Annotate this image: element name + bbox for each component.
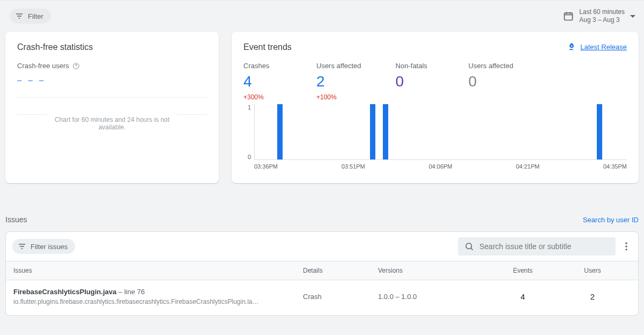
issues-table-header: Issues Details Versions Events Users bbox=[6, 261, 638, 280]
x-tick: 04:35PM bbox=[603, 163, 627, 170]
issues-card: Filter issues Issues Details Versions Ev… bbox=[5, 231, 639, 316]
chevron-down-icon bbox=[630, 15, 635, 18]
svg-rect-0 bbox=[565, 13, 573, 20]
metric: Non-fatals0 bbox=[396, 62, 434, 101]
metric: Crashes4+300% bbox=[243, 62, 282, 101]
more-vert-icon[interactable] bbox=[621, 241, 632, 252]
issues-section-header: Issues Search by user ID bbox=[0, 194, 644, 231]
chart-bar bbox=[597, 104, 602, 159]
metric-value: 2 bbox=[316, 73, 361, 90]
chart-x-ticks: 03:36PM03:51PM04:06PM04:21PM04:35PM bbox=[254, 163, 627, 170]
metric-label: Crashes bbox=[243, 62, 282, 70]
col-details: Details bbox=[303, 267, 378, 274]
x-tick: 03:51PM bbox=[342, 163, 365, 170]
issue-users: 2 bbox=[560, 292, 625, 301]
filter-chip[interactable]: Filter bbox=[10, 9, 51, 24]
x-tick: 04:06PM bbox=[428, 163, 452, 170]
x-tick: 04:21PM bbox=[516, 163, 539, 170]
help-icon[interactable] bbox=[72, 62, 80, 70]
table-row[interactable]: FirebaseCrashlyticsPlugin.java – line 76… bbox=[6, 280, 638, 315]
search-by-user-id-link[interactable]: Search by user ID bbox=[583, 216, 639, 224]
issue-title: FirebaseCrashlyticsPlugin.java – line 76 bbox=[13, 288, 303, 296]
issue-details: Crash bbox=[303, 293, 378, 301]
svg-point-10 bbox=[625, 249, 627, 250]
crash-free-title: Crash-free statistics bbox=[17, 42, 207, 52]
col-events: Events bbox=[485, 267, 560, 274]
date-range-subtitle: Aug 3 – Aug 3 bbox=[579, 16, 625, 24]
metric-delta: +100% bbox=[316, 93, 361, 101]
col-users: Users bbox=[560, 267, 625, 274]
col-versions: Versions bbox=[378, 267, 485, 274]
calendar-icon bbox=[563, 11, 574, 21]
y-tick: 0 bbox=[243, 154, 251, 160]
svg-point-6 bbox=[466, 243, 472, 249]
event-trends-chart bbox=[254, 104, 627, 160]
issue-search-input[interactable] bbox=[479, 242, 609, 251]
latest-release-link[interactable]: Latest Release bbox=[567, 42, 627, 51]
metric: Users affected2+100% bbox=[316, 62, 361, 101]
svg-point-5 bbox=[76, 67, 76, 68]
metric-label: Users affected bbox=[469, 62, 514, 70]
metric-label: Users affected bbox=[316, 62, 361, 70]
filter-chip-label: Filter bbox=[28, 12, 43, 20]
svg-point-8 bbox=[625, 243, 627, 244]
filter-issues-chip[interactable]: Filter issues bbox=[12, 239, 75, 254]
chart-y-ticks: 10 bbox=[243, 104, 254, 160]
filter-issues-label: Filter issues bbox=[31, 243, 68, 251]
issues-toolbar: Filter issues bbox=[6, 232, 638, 261]
date-range-text: Last 60 minutes Aug 3 – Aug 3 bbox=[579, 8, 625, 24]
chart-bar bbox=[370, 104, 375, 159]
chart-bar bbox=[277, 104, 283, 159]
filter-icon bbox=[15, 12, 24, 20]
issue-versions: 1.0.0 – 1.0.0 bbox=[378, 293, 485, 301]
metric-value: 0 bbox=[396, 73, 434, 90]
topbar: Filter Last 60 minutes Aug 3 – Aug 3 bbox=[0, 1, 644, 32]
rocket-icon bbox=[567, 42, 576, 51]
x-tick: 03:36PM bbox=[254, 163, 278, 170]
latest-release-label: Latest Release bbox=[580, 43, 627, 51]
search-icon bbox=[464, 242, 474, 251]
crash-free-users-label: Crash-free users bbox=[17, 62, 69, 70]
metric-value: 4 bbox=[243, 73, 282, 90]
metric-delta: +300% bbox=[243, 93, 282, 101]
y-tick: 1 bbox=[243, 104, 251, 111]
issue-search-box[interactable] bbox=[458, 237, 616, 256]
filter-icon bbox=[18, 242, 26, 251]
metric-delta bbox=[396, 93, 434, 101]
metric-delta bbox=[469, 93, 514, 101]
metric-value: 0 bbox=[469, 73, 514, 90]
metrics-row: Crashes4+300%Users affected2+100%Non-fat… bbox=[243, 62, 627, 101]
issues-section-title: Issues bbox=[5, 215, 27, 224]
metric: Users affected0 bbox=[469, 62, 514, 101]
date-range-title: Last 60 minutes bbox=[579, 8, 625, 16]
issue-subtitle: io.flutter.plugins.firebase.crashlytics.… bbox=[13, 298, 282, 305]
svg-point-9 bbox=[625, 245, 627, 247]
issue-events: 4 bbox=[485, 292, 560, 301]
chart-bar bbox=[383, 104, 388, 159]
crash-free-card: Crash-free statistics Crash-free users –… bbox=[5, 32, 219, 183]
metric-label: Non-fatals bbox=[396, 62, 434, 70]
crash-free-users-value: – – – bbox=[17, 75, 207, 84]
col-issues: Issues bbox=[13, 267, 303, 274]
event-trends-card: Latest Release Event trends Crashes4+300… bbox=[232, 32, 639, 183]
svg-line-7 bbox=[471, 248, 472, 250]
date-range-picker[interactable]: Last 60 minutes Aug 3 – Aug 3 bbox=[563, 8, 639, 24]
chart-unavailable-text: Chart for 60 minutes and 24 hours is not… bbox=[17, 98, 207, 131]
